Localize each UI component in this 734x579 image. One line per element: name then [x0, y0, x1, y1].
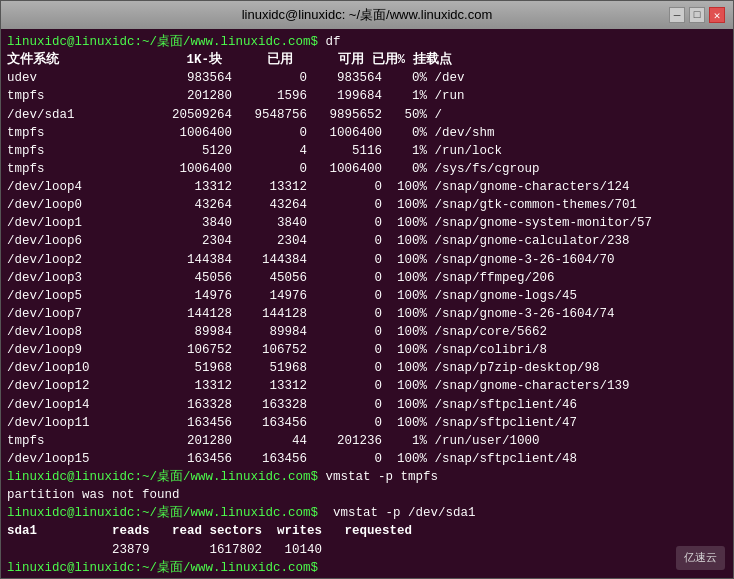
prompt-text: linuxidc@linuxidc:~/桌面/www.linuxidc.com$ [7, 561, 318, 575]
data-row: /dev/loop8 89984 89984 0 100% /snap/core… [7, 323, 727, 341]
data-row: tmpfs 1006400 0 1006400 0% /dev/shm [7, 124, 727, 142]
data-row: /dev/loop1 3840 3840 0 100% /snap/gnome-… [7, 214, 727, 232]
command-text: vmstat -p tmpfs [318, 470, 438, 484]
data-row: /dev/loop0 43264 43264 0 100% /snap/gtk-… [7, 196, 727, 214]
data-row: /dev/loop11 163456 163456 0 100% /snap/s… [7, 414, 727, 432]
titlebar: linuxidc@linuxidc: ~/桌面/www.linuxidc.com… [1, 1, 733, 29]
data-row: /dev/loop15 163456 163456 0 100% /snap/s… [7, 450, 727, 468]
data-row: /dev/loop2 144384 144384 0 100% /snap/gn… [7, 251, 727, 269]
data-row: 23879 1617802 10140 [7, 541, 727, 559]
data-row: partition was not found [7, 486, 727, 504]
data-row: /dev/loop10 51968 51968 0 100% /snap/p7z… [7, 359, 727, 377]
window-controls: — □ ✕ [669, 7, 725, 23]
close-button[interactable]: ✕ [709, 7, 725, 23]
prompt-line: linuxidc@linuxidc:~/桌面/www.linuxidc.com$… [7, 504, 727, 522]
command-text: vmstat -p /dev/sda1 [318, 506, 476, 520]
data-row: udev 983564 0 983564 0% /dev [7, 69, 727, 87]
data-row: /dev/sda1 20509264 9548756 9895652 50% / [7, 106, 727, 124]
prompt-line: linuxidc@linuxidc:~/桌面/www.linuxidc.com$… [7, 468, 727, 486]
data-row: /dev/loop4 13312 13312 0 100% /snap/gnom… [7, 178, 727, 196]
data-row: tmpfs 201280 44 201236 1% /run/user/1000 [7, 432, 727, 450]
maximize-button[interactable]: □ [689, 7, 705, 23]
prompt-text: linuxidc@linuxidc:~/桌面/www.linuxidc.com$ [7, 470, 318, 484]
data-row: /dev/loop14 163328 163328 0 100% /snap/s… [7, 396, 727, 414]
data-row: /dev/loop6 2304 2304 0 100% /snap/gnome-… [7, 232, 727, 250]
watermark-badge: 亿速云 [676, 546, 725, 570]
prompt-line: linuxidc@linuxidc:~/桌面/www.linuxidc.com$ [7, 559, 727, 577]
minimize-button[interactable]: — [669, 7, 685, 23]
prompt-line: linuxidc@linuxidc:~/桌面/www.linuxidc.com$… [7, 33, 727, 51]
window-title: linuxidc@linuxidc: ~/桌面/www.linuxidc.com [242, 6, 493, 24]
terminal-window: linuxidc@linuxidc: ~/桌面/www.linuxidc.com… [0, 0, 734, 579]
data-row: /dev/loop7 144128 144128 0 100% /snap/gn… [7, 305, 727, 323]
header-row: sda1 reads read sectors writes requested [7, 522, 727, 540]
data-row: /dev/loop5 14976 14976 0 100% /snap/gnom… [7, 287, 727, 305]
terminal-body[interactable]: linuxidc@linuxidc:~/桌面/www.linuxidc.com$… [1, 29, 733, 578]
data-row: /dev/loop3 45056 45056 0 100% /snap/ffmp… [7, 269, 727, 287]
command-text: df [318, 35, 341, 49]
data-row: tmpfs 1006400 0 1006400 0% /sys/fs/cgrou… [7, 160, 727, 178]
prompt-text: linuxidc@linuxidc:~/桌面/www.linuxidc.com$ [7, 35, 318, 49]
data-row: tmpfs 201280 1596 199684 1% /run [7, 87, 727, 105]
header-row: 文件系统 1K-块 已用 可用 已用% 挂载点 [7, 51, 727, 69]
data-row: /dev/loop12 13312 13312 0 100% /snap/gno… [7, 377, 727, 395]
prompt-text: linuxidc@linuxidc:~/桌面/www.linuxidc.com$ [7, 506, 318, 520]
command-text [318, 561, 326, 575]
data-row: tmpfs 5120 4 5116 1% /run/lock [7, 142, 727, 160]
data-row: /dev/loop9 106752 106752 0 100% /snap/co… [7, 341, 727, 359]
